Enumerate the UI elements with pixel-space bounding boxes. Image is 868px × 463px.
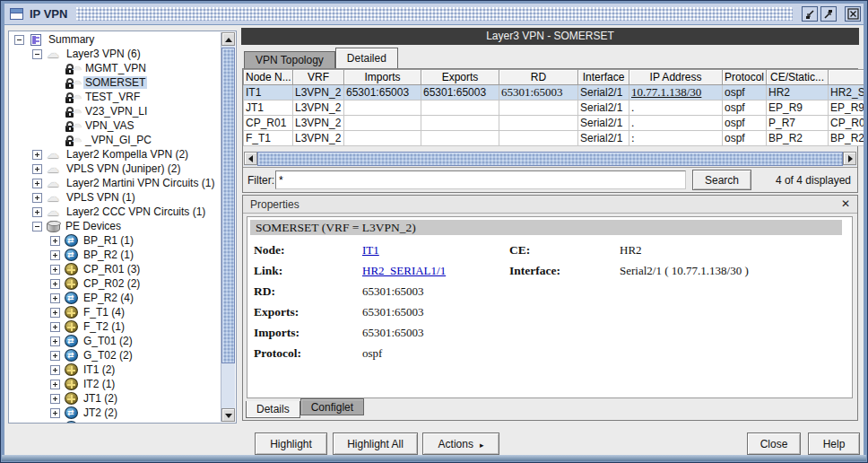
expand-toggle[interactable] — [50, 380, 60, 389]
expand-toggle[interactable] — [50, 279, 60, 289]
search-button[interactable]: Search — [692, 170, 751, 190]
tree-item-layer2-martini-vpn-circuits-1[interactable]: Layer2 Martini VPN Circuits (1) — [13, 176, 221, 190]
summary-icon — [30, 34, 41, 46]
tree-item-summary[interactable]: Summary — [13, 32, 221, 47]
tree-item-it2-1[interactable]: IT2 (1) — [13, 377, 221, 391]
expand-toggle[interactable] — [50, 322, 60, 332]
scroll-down-button[interactable] — [221, 408, 235, 422]
window-titlebar[interactable]: IP VPN — [4, 4, 864, 24]
tree-item-v23-vpn-li[interactable]: V23_VPN_LI — [13, 104, 221, 118]
expand-toggle[interactable] — [32, 179, 42, 188]
expand-toggle[interactable] — [32, 193, 42, 203]
table-hscrollbar[interactable] — [244, 152, 856, 166]
table-cell: Serial2/1 — [578, 116, 629, 131]
maximize-button[interactable] — [820, 6, 837, 22]
scroll-up-button[interactable] — [221, 32, 235, 46]
highlight-all-button[interactable]: Highlight All — [333, 432, 418, 455]
expand-toggle[interactable] — [32, 150, 42, 160]
tree-item-layer3-vpn-6[interactable]: Layer3 VPN (6) — [13, 47, 221, 61]
tab-detailed[interactable]: Detailed — [335, 48, 398, 68]
collapse-toggle[interactable] — [32, 222, 42, 232]
tree-item[interactable] — [13, 420, 221, 423]
tree-item-somerset[interactable]: SOMERSET — [13, 75, 221, 90]
tree-item-label: V23_VPN_LI — [83, 105, 149, 118]
properties-close-button[interactable]: ✕ — [841, 197, 850, 210]
expand-toggle[interactable] — [50, 423, 60, 424]
close-button[interactable]: Close — [747, 432, 801, 455]
minimize-button[interactable] — [802, 6, 818, 22]
tree-item-test-vrf[interactable]: TEST_VRF — [13, 90, 221, 104]
table-row-cp-r01[interactable]: CP_R01L3VPN_2Serial2/1.ospfP_R7CP_R01_SE… — [244, 116, 864, 131]
tree-item-ep-r2-4[interactable]: EP_R2 (4) — [13, 291, 221, 305]
filter-input[interactable] — [275, 170, 686, 189]
column-header-ip-address[interactable]: IP Address — [629, 70, 723, 85]
table-cell: F_T1 — [244, 131, 293, 146]
tree-scrollbar-thumb[interactable] — [221, 48, 235, 363]
tree-scrollbar[interactable] — [221, 32, 235, 422]
expand-toggle[interactable] — [50, 293, 60, 303]
highlight-button[interactable]: Highlight — [255, 432, 327, 455]
properties-content: SOMERSET (VRF = L3VPN_2) Node:IT1CE:HR2L… — [247, 216, 853, 398]
column-header-protocol[interactable]: Protocol — [723, 70, 767, 85]
table-hscrollbar-thumb[interactable] — [257, 152, 843, 166]
table-cell: L3VPN_2 — [293, 85, 344, 100]
expand-toggle[interactable] — [50, 394, 60, 404]
column-header-link[interactable]: Link — [829, 70, 864, 85]
scroll-left-button[interactable] — [244, 152, 257, 165]
tree-item-vpls-vpn-1[interactable]: VPLS VPN (1) — [13, 190, 221, 205]
router-icon — [65, 421, 78, 423]
prop-label: Node: — [254, 243, 362, 258]
tree-item-f-t2-1[interactable]: F_T2 (1) — [13, 319, 221, 334]
tab-details[interactable]: Details — [246, 401, 300, 418]
expand-toggle[interactable] — [50, 236, 60, 246]
tree-item-bp-r2-1[interactable]: BP_R2 (1) — [13, 248, 221, 262]
column-header-imports[interactable]: Imports — [344, 70, 421, 85]
expand-toggle[interactable] — [50, 408, 60, 418]
expand-toggle[interactable] — [50, 308, 60, 318]
expand-toggle[interactable] — [50, 336, 60, 346]
tree-item-g-t02-2[interactable]: G_T02 (2) — [13, 348, 221, 363]
actions-button[interactable]: Actions▸ — [422, 432, 499, 455]
tree-item-vpn-vas[interactable]: VPN_VAS — [13, 118, 221, 133]
tree-item-cp-r01-3[interactable]: CP_R01 (3) — [13, 262, 221, 276]
tree-item-g-t01-2[interactable]: G_T01 (2) — [13, 334, 221, 348]
tree-item-f-t1-4[interactable]: F_T1 (4) — [13, 305, 221, 319]
tree-item-cp-r02-2[interactable]: CP_R02 (2) — [13, 276, 221, 291]
hr2-serial1-1-link[interactable]: HR2_SERIAL1/1 — [362, 264, 509, 278]
panel-title: Layer3 VPN - SOMERSET — [241, 28, 859, 45]
column-header-interface[interactable]: Interface — [578, 70, 629, 85]
tree-item-pe-devices[interactable]: PE Devices — [13, 219, 221, 233]
tree-item-jt2-2[interactable]: JT2 (2) — [13, 406, 221, 420]
tree-item-vpls-vpn-juniper-2[interactable]: VPLS VPN (Juniper) (2) — [13, 162, 221, 176]
column-header-exports[interactable]: Exports — [421, 70, 499, 85]
tree-item-layer2-ccc-vpn-circuits-1[interactable]: Layer2 CCC VPN Circuits (1) — [13, 205, 221, 219]
column-header-node-n[interactable]: Node N... — [244, 70, 293, 85]
window-close-button[interactable] — [845, 6, 861, 22]
vpn-table-container: Node N...VRFImportsExportsRDInterfaceIP … — [242, 68, 858, 193]
tree-item-mgmt-vpn[interactable]: MGMT_VPN — [13, 61, 221, 75]
column-header-ce-static[interactable]: CE/Static... — [767, 70, 829, 85]
collapse-toggle[interactable] — [32, 49, 42, 59]
tree-item-jt1-2[interactable]: JT1 (2) — [13, 391, 221, 406]
column-header-vrf[interactable]: VRF — [293, 70, 344, 85]
tab-configlet[interactable]: Configlet — [300, 398, 364, 415]
expand-toggle[interactable] — [50, 250, 60, 260]
expand-toggle[interactable] — [32, 207, 42, 217]
expand-toggle[interactable] — [32, 164, 42, 174]
tree-item-vpn-gi-pc[interactable]: _VPN_GI_PC — [13, 133, 221, 147]
scroll-right-button[interactable] — [843, 152, 856, 165]
expand-toggle[interactable] — [50, 365, 60, 375]
expand-toggle[interactable] — [50, 351, 60, 361]
column-header-rd[interactable]: RD — [499, 70, 578, 85]
collapse-toggle[interactable] — [14, 35, 24, 45]
expand-toggle[interactable] — [50, 265, 60, 275]
tree-item-bp-r1-1[interactable]: BP_R1 (1) — [13, 233, 221, 248]
help-button[interactable]: Help — [808, 432, 860, 455]
table-row-it1[interactable]: IT1L3VPN_265301:6500365301:6500365301:65… — [244, 85, 864, 100]
tree-item-it1-2[interactable]: IT1 (2) — [13, 363, 221, 377]
tab-vpn-topology[interactable]: VPN Topology — [244, 51, 335, 68]
table-row-f-t1[interactable]: F_T1L3VPN_2Serial2/1:ospfBP_R2BP_R2_SERI… — [244, 131, 864, 146]
it1-link[interactable]: IT1 — [362, 243, 509, 258]
tree-item-layer2-kompella-vpn-2[interactable]: Layer2 Kompella VPN (2) — [13, 147, 221, 162]
table-row-jt1[interactable]: JT1L3VPN_2Serial2/1.ospfEP_R9EP_R9_SERIA… — [244, 100, 864, 116]
